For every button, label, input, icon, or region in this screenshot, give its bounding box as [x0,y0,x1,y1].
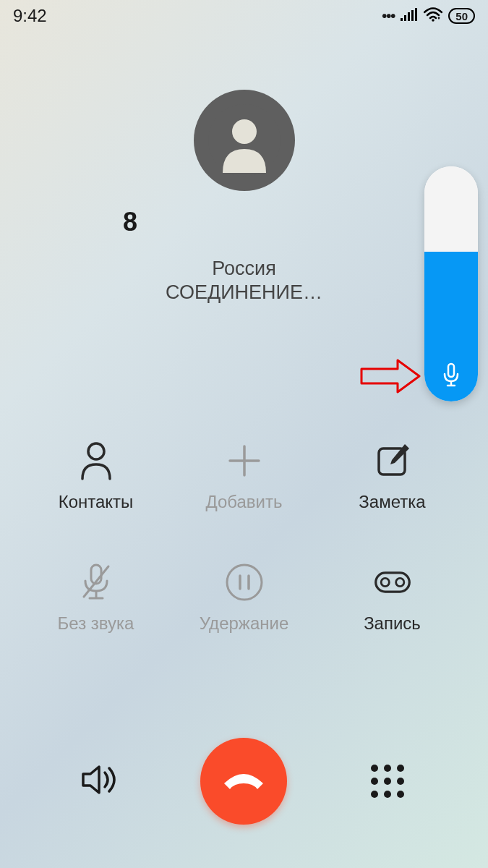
status-bar: 9:42 ••• 50 [0,0,488,32]
note-label: Заметка [359,492,425,512]
phone-number: 8 [0,207,488,237]
voicemail-icon [373,563,412,602]
add-label: Добавить [205,492,282,512]
compose-icon [373,441,412,480]
volume-track-fill [424,252,478,401]
contacts-label: Контакты [59,492,134,512]
volume-track-empty [424,166,478,252]
svg-rect-4 [415,8,417,21]
signal-icon [401,8,418,24]
keypad-button[interactable] [359,752,416,810]
avatar-container [0,90,488,191]
bottom-actions [0,738,488,825]
battery-indicator: 50 [448,8,475,24]
call-status: СОЕДИНЕНИЕ… [0,281,488,304]
svg-rect-1 [404,15,406,21]
pause-circle-icon [225,563,264,602]
svg-rect-2 [408,12,410,21]
status-icons: ••• 50 [382,7,475,25]
mute-button[interactable]: Без звука [29,563,163,634]
speaker-icon [80,762,121,800]
keypad-icon [371,765,404,798]
svg-point-19 [227,565,262,600]
svg-rect-3 [411,10,414,21]
add-button[interactable]: Добавить [177,441,311,512]
svg-point-5 [432,19,435,22]
hold-label: Удержание [200,613,288,634]
plus-icon [225,441,264,480]
svg-point-24 [395,578,403,586]
status-time: 9:42 [13,6,47,26]
person-icon [77,441,116,480]
volume-slider[interactable] [424,166,478,401]
actions-grid: Контакты Добавить Заметка [0,441,488,634]
microphone-icon [441,362,461,391]
arrow-annotation [358,354,423,401]
mute-label: Без звука [58,613,134,634]
speaker-button[interactable] [72,752,129,810]
more-dots-icon: ••• [382,8,395,25]
svg-point-11 [88,443,104,459]
wifi-icon [424,7,442,25]
end-call-button[interactable] [200,738,287,825]
svg-rect-8 [448,364,454,377]
hold-button[interactable]: Удержание [177,563,311,634]
note-button[interactable]: Заметка [325,441,459,512]
record-label: Запись [364,613,421,634]
contacts-button[interactable]: Контакты [29,441,163,512]
svg-point-23 [381,578,389,586]
mic-muted-icon [77,563,116,602]
avatar [194,90,295,191]
record-button[interactable]: Запись [325,563,459,634]
country-label: Россия [0,258,488,280]
svg-rect-0 [401,18,403,21]
phone-down-icon [221,769,266,793]
svg-point-7 [232,119,257,144]
